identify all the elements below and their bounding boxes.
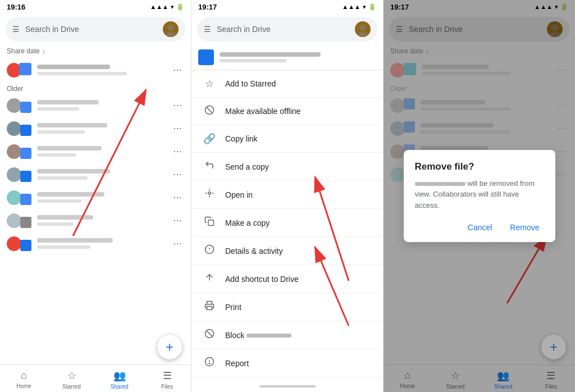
- share-date-left: Share date ↓: [0, 45, 191, 58]
- status-bar-left: 19:16 ▲▲▲ ▾ 🔋: [0, 0, 191, 13]
- file-item-older-2[interactable]: ⋯: [0, 117, 191, 140]
- remove-button[interactable]: Remove: [505, 220, 544, 235]
- menu-print[interactable]: Print: [191, 293, 383, 321]
- more-btn-older-6[interactable]: ⋯: [171, 213, 184, 228]
- file-sub-6: [37, 222, 74, 226]
- dialog-overlay: Remove file? will be removed from view. …: [384, 0, 575, 392]
- menu-details[interactable]: Details & activity: [191, 237, 383, 265]
- file-info-older-4: [37, 169, 165, 180]
- file-info-older-3: [37, 146, 165, 157]
- search-bar-left[interactable]: ☰ Search in Drive: [6, 17, 185, 42]
- file-info-older-5: [37, 192, 165, 203]
- file-item-recent-1[interactable]: ⋯: [0, 58, 191, 81]
- more-btn-older-1[interactable]: ⋯: [171, 98, 184, 113]
- file-name-6: [37, 215, 93, 220]
- nav-home-left[interactable]: ⌂ Home: [0, 370, 48, 390]
- nav-starred-label-left: Starred: [62, 384, 81, 390]
- time-left: 19:16: [7, 3, 25, 11]
- file-icon-7: [20, 240, 31, 251]
- block-icon: [203, 329, 216, 341]
- file-sub-1: [37, 107, 79, 111]
- menu-send-copy[interactable]: Send a copy: [191, 153, 383, 181]
- star-menu-icon: ☆: [203, 78, 216, 90]
- file-item-older-5[interactable]: ⋯: [0, 186, 191, 209]
- context-file-icon: [198, 49, 214, 65]
- copy-icon: [203, 216, 216, 229]
- more-btn-1[interactable]: ⋯: [171, 62, 184, 78]
- swipe-indicator: [191, 381, 383, 392]
- file-sub-5: [37, 199, 82, 203]
- fab-left[interactable]: +: [157, 335, 182, 359]
- menu-label-starred: Add to Starred: [225, 79, 276, 88]
- nav-shared-left[interactable]: 👥 Shared: [95, 370, 143, 390]
- file-name-3: [37, 146, 102, 151]
- svg-rect-13: [208, 220, 214, 226]
- section-older-left: Older: [0, 81, 191, 94]
- print-icon: [203, 300, 216, 313]
- menu-add-starred[interactable]: ☆ Add to Starred: [191, 70, 383, 98]
- sort-arrow-icon: ↓: [42, 47, 45, 55]
- svg-point-5: [357, 32, 368, 37]
- menu-label-send-copy: Send a copy: [225, 162, 269, 171]
- menu-report[interactable]: Report: [191, 349, 383, 377]
- context-file-sub-blur: [220, 59, 287, 62]
- signal-icon: ▲▲▲: [150, 3, 168, 10]
- file-info-older-6: [37, 215, 165, 226]
- offline-icon: [203, 105, 216, 117]
- svg-line-7: [207, 107, 213, 113]
- avatar-middle[interactable]: [355, 21, 371, 37]
- context-menu-header: [191, 45, 383, 70]
- search-bar-middle[interactable]: ☰ Search in Drive: [197, 17, 377, 42]
- menu-copy-link[interactable]: 🔗 Copy link: [191, 125, 383, 153]
- hamburger-icon-left[interactable]: ☰: [12, 25, 20, 34]
- more-btn-older-7[interactable]: ⋯: [171, 236, 184, 251]
- context-file-name-blur: [220, 52, 321, 57]
- svg-point-22: [209, 363, 210, 364]
- shared-icon-left: 👥: [113, 370, 126, 382]
- file-icon-5: [20, 194, 31, 205]
- context-menu-list: ☆ Add to Starred Make available offline …: [191, 70, 383, 381]
- star-icon-left: ☆: [67, 370, 76, 382]
- info-icon: [203, 244, 216, 257]
- time-middle: 19:17: [198, 3, 217, 11]
- right-panel: 19:17 ▲▲▲ ▾ 🔋 ☰ Search in Drive Share da…: [384, 0, 575, 392]
- file-item-older-4[interactable]: ⋯: [0, 163, 191, 186]
- cancel-button[interactable]: Cancel: [463, 220, 497, 235]
- files-icon-left: ☰: [163, 370, 172, 382]
- file-item-older-3[interactable]: ⋯: [0, 140, 191, 163]
- menu-label-shortcut: Add shortcut to Drive: [225, 275, 299, 284]
- status-bar-middle: 19:17 ▲▲▲ ▾ 🔋: [191, 0, 383, 13]
- nav-starred-left[interactable]: ☆ Starred: [48, 370, 95, 390]
- more-btn-older-2[interactable]: ⋯: [171, 121, 184, 136]
- menu-block[interactable]: Block: [191, 321, 383, 349]
- menu-make-copy[interactable]: Make a copy: [191, 209, 383, 237]
- file-item-older-7[interactable]: ⋯: [0, 232, 191, 255]
- dialog-filename-blur: [415, 182, 466, 186]
- avatar-left[interactable]: [163, 21, 179, 37]
- more-btn-older-3[interactable]: ⋯: [171, 144, 184, 159]
- file-icon-blue: [19, 63, 31, 75]
- file-info-older-7: [37, 238, 165, 249]
- file-item-older-1[interactable]: ⋯: [0, 94, 191, 117]
- dialog-actions: Cancel Remove: [415, 220, 544, 235]
- hamburger-icon-mid[interactable]: ☰: [204, 25, 211, 34]
- file-name-blur: [37, 65, 110, 69]
- file-icon-2: [20, 125, 31, 136]
- file-name-1: [37, 100, 99, 104]
- svg-rect-17: [207, 307, 212, 310]
- more-btn-older-5[interactable]: ⋯: [171, 190, 184, 205]
- file-name-5: [37, 192, 104, 197]
- status-icons-middle: ▲▲▲ ▾ 🔋: [342, 3, 376, 11]
- nav-home-label-left: Home: [16, 383, 31, 389]
- menu-offline[interactable]: Make available offline: [191, 98, 383, 125]
- open-in-icon: [203, 188, 216, 201]
- send-icon: [203, 160, 216, 173]
- nav-files-left[interactable]: ☰ Files: [143, 370, 191, 390]
- menu-open-in[interactable]: Open in: [191, 181, 383, 209]
- more-btn-older-4[interactable]: ⋯: [171, 167, 184, 182]
- search-text-mid: Search in Drive: [217, 25, 349, 34]
- file-item-older-6[interactable]: ⋯: [0, 209, 191, 232]
- menu-add-shortcut[interactable]: Add shortcut to Drive: [191, 265, 383, 293]
- file-icon-3: [20, 148, 31, 159]
- svg-point-0: [167, 24, 174, 31]
